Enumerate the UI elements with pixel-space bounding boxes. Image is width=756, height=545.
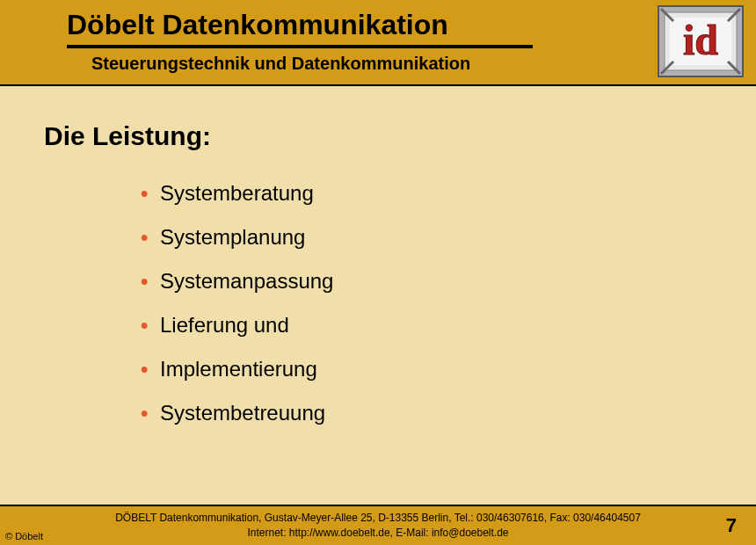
company-logo-icon: id	[658, 5, 744, 77]
header-text-block: Döbelt Datenkommunikation Steuerungstech…	[0, 0, 756, 74]
bullet-icon: •	[141, 269, 160, 294]
content-heading: Die Leistung:	[44, 121, 712, 151]
bullet-text: Implementierung	[160, 357, 317, 381]
bullet-icon: •	[141, 181, 160, 206]
footer-contact: DÖBELT Datenkommunikation, Gustav-Meyer-…	[0, 511, 756, 541]
page-number: 7	[726, 514, 737, 537]
svg-text:id: id	[683, 17, 718, 63]
list-item: •Implementierung	[141, 357, 712, 382]
bullet-icon: •	[141, 225, 160, 250]
slide-content: Die Leistung: •Systemberatung •Systempla…	[0, 86, 756, 425]
bullet-text: Lieferung und	[160, 313, 289, 337]
title-divider	[67, 45, 533, 48]
bullet-icon: •	[141, 313, 160, 338]
bullet-text: Systemanpassung	[160, 269, 333, 293]
copyright-text: © Döbelt	[5, 531, 43, 541]
footer-address-line: DÖBELT Datenkommunikation, Gustav-Meyer-…	[0, 511, 756, 526]
bullet-text: Systemplanung	[160, 225, 305, 249]
footer-web-line: Internet: http://www.doebelt.de, E-Mail:…	[0, 526, 756, 541]
slide-header: Döbelt Datenkommunikation Steuerungstech…	[0, 0, 756, 86]
list-item: •Systemberatung	[141, 181, 712, 206]
bullet-icon: •	[141, 401, 160, 425]
bullet-list: •Systemberatung •Systemplanung •Systeman…	[44, 181, 712, 425]
bullet-text: Systembetreuung	[160, 401, 325, 425]
list-item: •Lieferung und	[141, 313, 712, 338]
bullet-text: Systemberatung	[160, 181, 314, 205]
company-subtitle: Steuerungstechnik und Datenkommunikation	[67, 54, 756, 74]
list-item: •Systembetreuung	[141, 401, 712, 425]
list-item: •Systemanpassung	[141, 269, 712, 294]
slide-footer: © Döbelt DÖBELT Datenkommunikation, Gust…	[0, 505, 756, 545]
company-title: Döbelt Datenkommunikation	[67, 9, 756, 41]
bullet-icon: •	[141, 357, 160, 382]
list-item: •Systemplanung	[141, 225, 712, 250]
